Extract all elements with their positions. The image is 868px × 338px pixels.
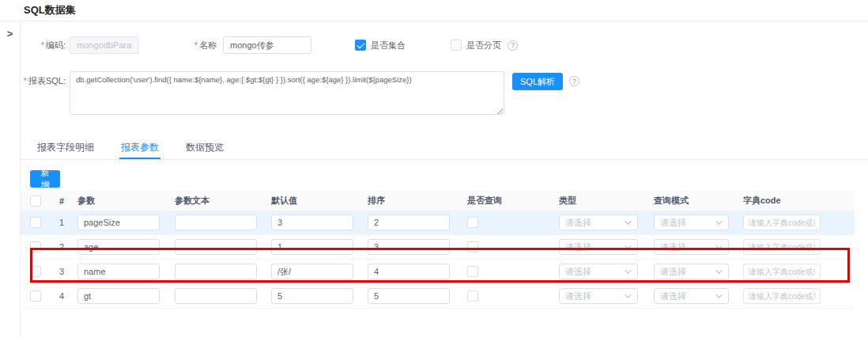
sort-input[interactable] [368,288,450,304]
header-type: 类型 [559,195,654,207]
header-sort: 排序 [368,195,464,207]
header-param: 参数 [77,195,175,207]
params-table: # 参数 参数文本 默认值 排序 是否查询 类型 查询模式 字典code 1 请… [21,191,855,309]
chevron-down-icon [625,291,631,298]
code-field[interactable] [70,36,139,54]
sql-parse-button[interactable]: SQL解析 [512,73,563,90]
is-query-checkbox[interactable] [467,266,478,277]
sql-help-question-circle-icon[interactable]: ? [569,76,579,86]
table-row: 1 请选择 请选择 [21,211,855,235]
header-is-query: 是否查询 [464,195,559,207]
row-index: 4 [52,291,77,301]
form-row-sql: *报表SQL: db.getCollection('user').find({ … [21,71,868,116]
row-checkbox[interactable] [30,291,41,302]
table-row: 4 请选择 请选择 [21,284,855,309]
is-pagination-label: 是否分页 [466,40,501,51]
tab-data-preview[interactable]: 数据预览 [184,136,225,159]
type-select[interactable]: 请选择 [559,215,638,230]
chevron-down-icon [715,242,722,249]
report-sql-textarea[interactable]: db.getCollection('user').find({ name:${n… [70,71,504,115]
default-value-input[interactable] [271,264,353,279]
row-checkbox[interactable] [30,241,41,253]
param-text-input[interactable] [175,239,257,255]
row-checkbox[interactable] [30,266,41,277]
tab-report-field-detail[interactable]: 报表字段明细 [36,136,96,159]
param-text-input[interactable] [175,264,257,279]
name-label: *名称 [185,40,217,51]
table-row: 3 请选择 请选择 [21,260,855,284]
sql-label: *报表SQL: [21,71,66,116]
is-query-checkbox[interactable] [467,291,478,302]
param-input[interactable] [77,264,160,279]
default-value-input[interactable] [271,239,353,255]
row-index: 2 [52,242,77,252]
row-checkbox[interactable] [30,217,41,228]
chevron-down-icon [625,218,631,224]
is-query-checkbox[interactable] [467,241,478,253]
table-body: 1 请选择 请选择 2 请选择 请选择 3 请选择 请选择 4 [21,211,855,309]
query-mode-select[interactable]: 请选择 [654,288,729,304]
dict-code-input[interactable] [743,288,821,304]
query-mode-select[interactable]: 请选择 [654,264,729,279]
dict-code-input[interactable] [743,239,821,255]
tab-report-params[interactable]: 报表参数 [119,136,160,159]
sort-input[interactable] [368,215,450,230]
page-title: SQL数据集 [24,3,76,17]
param-text-input[interactable] [175,288,257,304]
required-asterisk: * [24,76,27,85]
header-param-text: 参数文本 [175,195,271,207]
sort-input[interactable] [368,239,450,255]
chevron-down-icon [715,267,722,273]
chevron-down-icon [715,291,722,298]
select-all-checkbox[interactable] [30,196,41,207]
sql-textarea-wrap: db.getCollection('user').find({ name:${n… [70,71,504,116]
collapsed-side-panel: > [0,21,21,338]
header-index: # [52,196,77,206]
add-button[interactable]: 新增 [30,170,60,188]
main-content: *编码: *名称 是否集合 是否分页 ? *报表SQL: db.getColle… [21,36,868,309]
type-select[interactable]: 请选择 [559,288,638,304]
header-query-mode: 查询模式 [654,195,743,207]
table-toolbar: 新增 [21,165,868,188]
pagination-help-question-circle-icon[interactable]: ? [508,40,518,51]
is-collection-label: 是否集合 [371,40,406,51]
title-bar: SQL数据集 [0,0,868,21]
table-row: 2 请选择 请选择 [21,235,855,260]
required-asterisk: * [41,40,44,50]
row-index: 1 [52,218,77,227]
query-mode-select[interactable]: 请选择 [654,215,729,230]
header-default: 默认值 [271,195,368,207]
header-dict-code: 字典code [743,195,822,207]
query-mode-select[interactable]: 请选择 [654,239,729,255]
is-pagination-checkbox[interactable] [451,40,462,51]
chevron-down-icon [625,242,631,249]
param-input[interactable] [77,215,160,230]
default-value-input[interactable] [271,288,353,304]
param-text-input[interactable] [175,215,257,230]
expand-panel-chevron-right-icon[interactable]: > [5,28,16,40]
row-index: 3 [52,267,77,276]
chevron-down-icon [625,267,631,273]
chevron-down-icon [715,218,722,224]
type-select[interactable]: 请选择 [559,264,638,279]
form-row-basic: *编码: *名称 是否集合 是否分页 ? [21,36,868,54]
tab-bar: 报表字段明细 报表参数 数据预览 [21,136,868,160]
param-input[interactable] [77,288,160,304]
sql-dataset-page: SQL数据集 > *编码: *名称 是否集合 是否分页 ? *报表SQL: db… [0,0,868,338]
type-select[interactable]: 请选择 [559,239,638,255]
sort-input[interactable] [368,264,450,279]
is-collection-checkbox[interactable] [355,40,366,51]
table-header-row: # 参数 参数文本 默认值 排序 是否查询 类型 查询模式 字典code [21,191,855,211]
dict-code-input[interactable] [743,264,821,279]
dict-code-input[interactable] [743,215,821,230]
param-input[interactable] [77,239,160,255]
code-label: *编码: [21,40,66,51]
default-value-input[interactable] [271,215,353,230]
is-query-checkbox[interactable] [467,217,478,228]
name-field[interactable] [223,36,311,54]
required-asterisk: * [194,40,198,50]
